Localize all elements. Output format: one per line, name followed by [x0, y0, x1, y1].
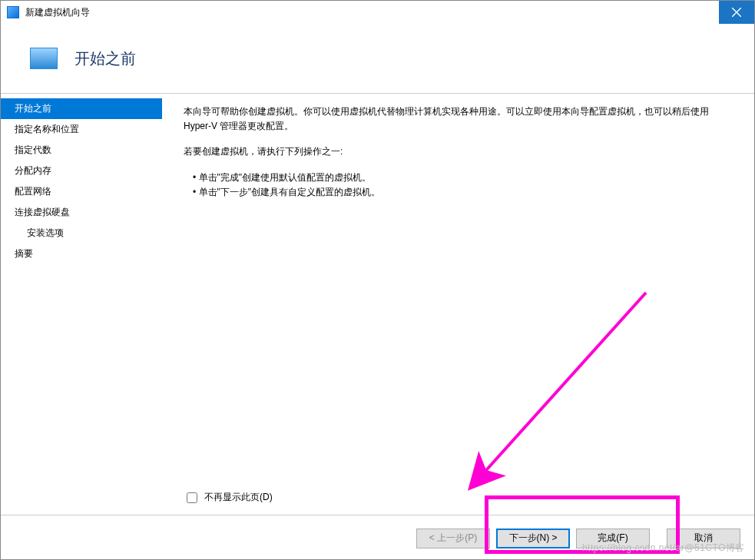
sidebar-item-name-location[interactable]: 指定名称和位置: [1, 119, 162, 140]
intro-paragraph: 本向导可帮助你创建虚拟机。你可以使用虚拟机代替物理计算机实现各种用途。可以立即使…: [184, 104, 731, 134]
previous-button: < 上一步(P): [416, 529, 490, 548]
dont-show-again-checkbox[interactable]: [187, 492, 197, 503]
sidebar-item-before-you-begin[interactable]: 开始之前: [1, 98, 162, 119]
wizard-steps-sidebar: 开始之前 指定名称和位置 指定代数 分配内存 配置网络 连接虚拟硬盘 安装选项 …: [1, 94, 162, 515]
sidebar-item-generation[interactable]: 指定代数: [1, 140, 162, 161]
window-title: 新建虚拟机向导: [25, 6, 90, 19]
titlebar: 新建虚拟机向导: [1, 1, 754, 24]
watermark-text: https://blog.csdn.net/ar@51CTO博客: [582, 542, 745, 555]
close-icon: [732, 8, 741, 17]
dont-show-again-label: 不再显示此页(D): [204, 490, 273, 505]
app-icon: [7, 6, 19, 18]
wizard-header: 开始之前: [1, 24, 754, 93]
list-item: 单击"完成"创建使用默认值配置的虚拟机。: [193, 171, 731, 185]
next-button[interactable]: 下一步(N) >: [496, 529, 570, 548]
sidebar-item-networking[interactable]: 配置网络: [1, 181, 162, 202]
list-item: 单击"下一步"创建具有自定义配置的虚拟机。: [193, 185, 731, 200]
close-button[interactable]: [719, 1, 754, 24]
page-title: 开始之前: [75, 48, 136, 69]
sidebar-item-summary[interactable]: 摘要: [1, 244, 162, 264]
instruction-paragraph: 若要创建虚拟机，请执行下列操作之一:: [184, 144, 731, 159]
sidebar-item-install-options[interactable]: 安装选项: [1, 223, 162, 244]
dont-show-again-row: 不再显示此页(D): [184, 490, 273, 505]
sidebar-item-vhd[interactable]: 连接虚拟硬盘: [1, 202, 162, 223]
wizard-content: 本向导可帮助你创建虚拟机。你可以使用虚拟机代替物理计算机实现各种用途。可以立即使…: [162, 94, 754, 515]
wizard-body: 开始之前 指定名称和位置 指定代数 分配内存 配置网络 连接虚拟硬盘 安装选项 …: [1, 93, 754, 515]
instruction-list: 单击"完成"创建使用默认值配置的虚拟机。 单击"下一步"创建具有自定义配置的虚拟…: [184, 171, 731, 200]
wizard-icon: [30, 48, 58, 69]
sidebar-item-memory[interactable]: 分配内存: [1, 161, 162, 181]
